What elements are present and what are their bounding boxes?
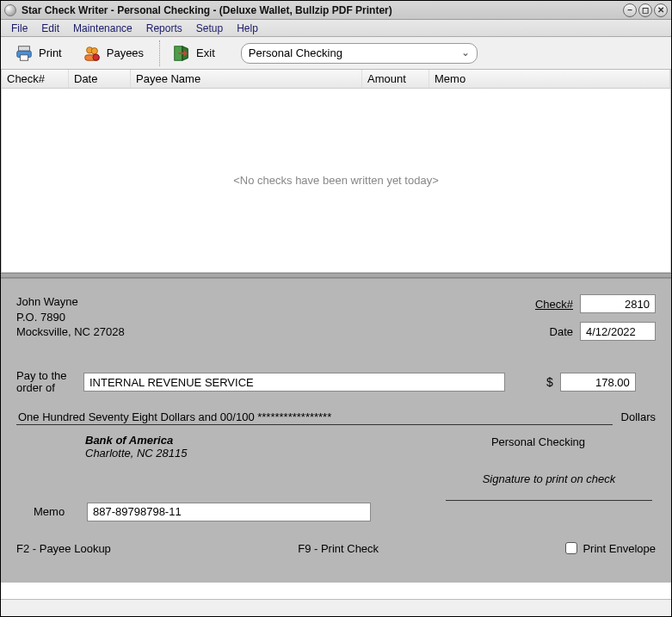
payee-input[interactable] (83, 373, 505, 392)
col-payee[interactable]: Payee Name (131, 70, 362, 88)
amount-words: One Hundred Seventy Eight Dollars and 00… (16, 410, 613, 425)
menu-setup[interactable]: Setup (189, 21, 230, 36)
col-amount[interactable]: Amount (362, 70, 429, 88)
col-memo[interactable]: Memo (429, 70, 670, 88)
menu-maintenance[interactable]: Maintenance (66, 21, 139, 36)
print-label: Print (39, 46, 62, 59)
menu-help[interactable]: Help (230, 21, 265, 36)
svg-point-4 (91, 47, 97, 53)
minimize-button[interactable]: – (623, 3, 637, 17)
check-panel: John Wayne P.O. 7890 Mocksville, NC 2702… (1, 278, 671, 583)
f2-hint: F2 - Payee Lookup (16, 542, 111, 555)
dollar-sign: $ (546, 375, 553, 389)
menu-file[interactable]: File (4, 21, 34, 36)
svg-rect-0 (19, 46, 30, 51)
statusbar (1, 599, 671, 616)
dollars-label: Dollars (621, 410, 656, 423)
checknum-label: Check# (535, 298, 573, 311)
window-title: Star Check Writer - Personal Checking - … (22, 4, 621, 16)
grid-header: Check# Date Payee Name Amount Memo (2, 70, 670, 89)
account-selector-value: Personal Checking (249, 46, 342, 59)
toolbar: Print Payees Exit Personal Checking (1, 37, 671, 70)
signature-line (446, 487, 652, 501)
memo-label: Memo (34, 505, 78, 518)
app-icon (4, 4, 16, 16)
account-selector[interactable]: Personal Checking (241, 43, 478, 64)
print-envelope-option[interactable]: Print Envelope (565, 542, 656, 555)
payees-icon (83, 44, 102, 63)
payer-addr2: Mocksville, NC 27028 (16, 324, 125, 340)
checks-grid: Check# Date Payee Name Amount Memo <No c… (1, 70, 671, 273)
menu-edit[interactable]: Edit (34, 21, 66, 36)
payto-label-2: order of (16, 382, 77, 394)
print-envelope-label: Print Envelope (583, 542, 656, 555)
svg-point-6 (93, 53, 99, 59)
printer-icon (15, 44, 34, 63)
signature-hint: Signature to print on check (446, 472, 652, 485)
exit-button[interactable]: Exit (167, 40, 220, 66)
payees-label: Payees (107, 46, 144, 59)
print-button[interactable]: Print (9, 40, 67, 66)
print-envelope-checkbox[interactable] (565, 542, 577, 554)
close-button[interactable]: ✕ (654, 3, 668, 17)
grid-empty-text: <No checks have been written yet today> (2, 89, 670, 272)
menubar: File Edit Maintenance Reports Setup Help (1, 20, 671, 37)
svg-rect-2 (20, 54, 28, 59)
col-check[interactable]: Check# (2, 70, 69, 88)
signature-block: Signature to print on check (446, 472, 652, 501)
payto-label: Pay to the order of (16, 370, 77, 395)
payees-button[interactable]: Payees (77, 40, 149, 66)
f9-hint: F9 - Print Check (298, 542, 379, 555)
date-label: Date (550, 325, 573, 338)
memo-input[interactable] (87, 503, 371, 521)
menu-reports[interactable]: Reports (139, 21, 189, 36)
payer-block: John Wayne P.O. 7890 Mocksville, NC 2702… (16, 294, 125, 340)
amount-input[interactable] (560, 373, 636, 392)
exit-icon (172, 44, 191, 63)
exit-label: Exit (196, 46, 215, 59)
payto-label-1: Pay to the (16, 370, 77, 382)
titlebar: Star Check Writer - Personal Checking - … (1, 1, 671, 20)
col-date[interactable]: Date (69, 70, 131, 88)
checknum-input[interactable] (580, 294, 656, 313)
account-name-on-check: Personal Checking (491, 435, 585, 448)
maximize-button[interactable]: ◻ (638, 3, 652, 17)
date-input[interactable] (580, 322, 656, 341)
payer-addr1: P.O. 7890 (16, 310, 125, 325)
payer-name: John Wayne (16, 294, 125, 310)
